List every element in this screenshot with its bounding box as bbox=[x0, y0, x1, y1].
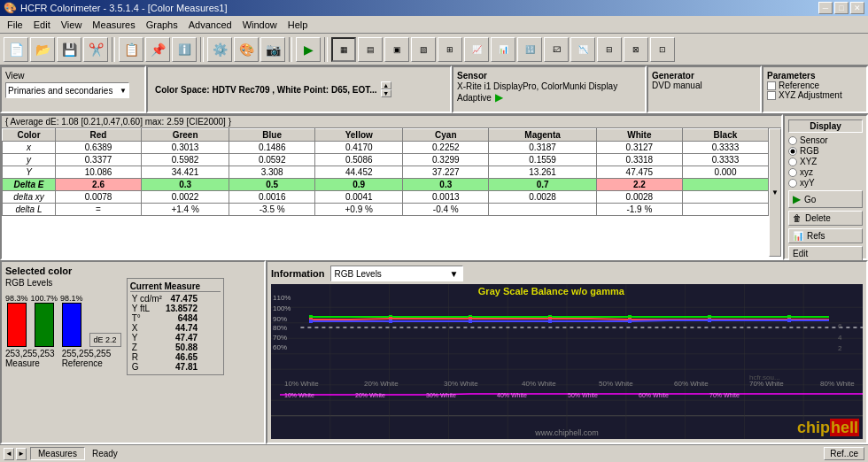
radio-xyz[interactable]: XYZ bbox=[788, 157, 863, 166]
sensor-play-icon[interactable]: ▶ bbox=[495, 91, 503, 104]
tb-play[interactable]: ▶ bbox=[296, 37, 321, 62]
tb-view4[interactable]: ▧ bbox=[411, 37, 436, 62]
cell-x-black: 0.3333 bbox=[682, 142, 768, 154]
yftl-value: 13.8572 bbox=[164, 304, 199, 313]
menu-measures[interactable]: Measures bbox=[87, 18, 140, 32]
measure-values: 253,255,253 Measure bbox=[5, 349, 55, 368]
cell-dL-blue: -3.5 % bbox=[229, 204, 315, 216]
radio-xyz2-label: xyz bbox=[800, 167, 813, 177]
chart-title-text: Gray Scale Balance w/o gamma bbox=[478, 286, 625, 296]
menu-file[interactable]: File bbox=[2, 18, 28, 32]
tb-chart2[interactable]: 📊 bbox=[491, 37, 515, 62]
menu-window[interactable]: Window bbox=[237, 18, 283, 32]
cell-y-red: 0.3377 bbox=[56, 154, 142, 166]
tb-chart7[interactable]: ⊠ bbox=[624, 37, 648, 62]
cs-up-arrow[interactable]: ▲ bbox=[381, 81, 391, 89]
tb-view1[interactable]: ▦ bbox=[331, 37, 356, 62]
selected-color-panel: Selected color RGB Levels 98.3% 100.7% bbox=[0, 260, 266, 444]
xyz-checkbox[interactable] bbox=[767, 91, 776, 100]
tb-view5[interactable]: ⊞ bbox=[438, 37, 462, 62]
tb-camera[interactable]: 📷 bbox=[260, 37, 285, 62]
tb-paste[interactable]: 📌 bbox=[145, 37, 170, 62]
edit-button[interactable]: Edit bbox=[788, 246, 863, 261]
measure-row-T: T° 6484 bbox=[130, 313, 199, 323]
close-button[interactable]: ✕ bbox=[850, 2, 864, 14]
row-deltaxy-label: delta xy bbox=[3, 191, 56, 204]
menu-edit[interactable]: Edit bbox=[28, 18, 56, 32]
svg-text:80%: 80% bbox=[273, 324, 287, 332]
tb-chart3[interactable]: 🔢 bbox=[517, 37, 542, 62]
tb-info[interactable]: ℹ️ bbox=[172, 37, 197, 62]
cs-down-arrow[interactable]: ▼ bbox=[381, 89, 391, 97]
menu-help[interactable]: Help bbox=[283, 18, 314, 32]
radio-xyY[interactable]: xyY bbox=[788, 178, 863, 188]
cell-de-blue: 0.5 bbox=[229, 179, 315, 191]
tb-view3[interactable]: ▣ bbox=[384, 37, 409, 62]
tb-sep2 bbox=[200, 37, 204, 62]
menu-graphs[interactable]: Graphs bbox=[141, 18, 183, 32]
menu-view[interactable]: View bbox=[56, 18, 88, 32]
nav-right-arrow[interactable]: ► bbox=[16, 448, 27, 460]
table-section: { Average dE: 1.08 [0.21,0.47,0.60] max:… bbox=[0, 114, 868, 260]
menu-advanced[interactable]: Advanced bbox=[183, 18, 237, 32]
table-row-Y: Y 10.086 34.421 3.308 44.452 37.227 13.2… bbox=[3, 166, 769, 179]
view-dropdown[interactable]: Primaries and secondaries ▼ bbox=[5, 82, 129, 98]
cell-y-blue: 0.0592 bbox=[229, 154, 315, 166]
svg-text:30% White: 30% White bbox=[444, 380, 478, 388]
col-yellow-header: Yellow bbox=[315, 129, 403, 142]
chart-svg: Gray Scale Balance w/o gamma 110% 100% 9… bbox=[271, 284, 863, 439]
Y-label: Y bbox=[130, 333, 164, 343]
tb-color[interactable]: 🎨 bbox=[234, 37, 259, 62]
blue-bar-value: 98.1% bbox=[60, 294, 83, 303]
col-magenta-header: Magenta bbox=[489, 129, 597, 142]
table-row-deltaxy: delta xy 0.0078 0.0022 0.0016 0.0041 0.0… bbox=[3, 191, 769, 204]
nav-left-arrow[interactable]: ◄ bbox=[4, 448, 14, 460]
tb-chart6[interactable]: ⊟ bbox=[597, 37, 622, 62]
cell-Y-cyan: 37.227 bbox=[403, 166, 489, 179]
tb-chart5[interactable]: 📉 bbox=[570, 37, 595, 62]
status-bar: ◄ ► Measures Ready Ref..ce bbox=[0, 444, 868, 462]
radio-xyz2[interactable]: xyz bbox=[788, 167, 863, 177]
radio-sensor[interactable]: Sensor bbox=[788, 135, 863, 145]
red-bar bbox=[7, 303, 27, 347]
minimize-button[interactable]: ─ bbox=[818, 2, 833, 14]
ref-checkbox[interactable] bbox=[767, 81, 776, 90]
tb-chart4[interactable]: 🗠 bbox=[544, 37, 569, 62]
main-content: View Primaries and secondaries ▼ Color S… bbox=[0, 65, 868, 444]
svg-rect-40 bbox=[469, 320, 472, 323]
restore-button[interactable]: □ bbox=[834, 2, 849, 14]
svg-rect-43 bbox=[708, 319, 711, 322]
delete-button[interactable]: 🗑 Delete bbox=[788, 211, 863, 226]
chiphell-logo: chiphell bbox=[797, 419, 859, 437]
tb-chart1[interactable]: 📈 bbox=[464, 37, 489, 62]
tb-copy[interactable]: 📋 bbox=[119, 37, 143, 62]
tb-chart8[interactable]: ⊡ bbox=[650, 37, 675, 62]
table-scroll-right[interactable]: ▼ bbox=[769, 128, 781, 257]
row-y-label: y bbox=[3, 154, 56, 166]
tab-measures[interactable]: Measures bbox=[30, 447, 85, 460]
rgb-levels-label: RGB Levels bbox=[5, 278, 121, 288]
information-panel: Information RGB Levels ▼ bbox=[266, 260, 868, 444]
refs-button[interactable]: 📊 Refs bbox=[788, 228, 863, 243]
cell-dxy-cyan: 0.0013 bbox=[403, 191, 489, 204]
svg-text:40% White: 40% White bbox=[497, 392, 527, 398]
info-dropdown[interactable]: RGB Levels ▼ bbox=[330, 266, 463, 281]
cell-dxy-blue: 0.0016 bbox=[229, 191, 315, 204]
chart-line-blue bbox=[311, 320, 829, 321]
tb-view2[interactable]: ▤ bbox=[358, 37, 383, 62]
radio-rgb[interactable]: RGB bbox=[788, 146, 863, 156]
cell-dL-green: +1.4 % bbox=[142, 204, 229, 216]
tb-open[interactable]: 📂 bbox=[30, 37, 55, 62]
tb-settings[interactable]: ⚙️ bbox=[207, 37, 232, 62]
tb-sep3 bbox=[289, 37, 292, 62]
tb-new[interactable]: 📄 bbox=[4, 37, 28, 62]
go-button[interactable]: ▶ Go bbox=[788, 190, 863, 208]
status-ready-text: Ready bbox=[92, 449, 118, 458]
cell-de-cyan: 0.3 bbox=[403, 179, 489, 191]
tb-sep1 bbox=[112, 37, 115, 62]
ref-button[interactable]: Ref..ce bbox=[824, 447, 864, 460]
svg-text:80% White: 80% White bbox=[820, 380, 855, 388]
row-deltae-label: Delta E bbox=[3, 179, 56, 191]
tb-save[interactable]: 💾 bbox=[57, 37, 81, 62]
tb-cut[interactable]: ✂️ bbox=[83, 37, 108, 62]
